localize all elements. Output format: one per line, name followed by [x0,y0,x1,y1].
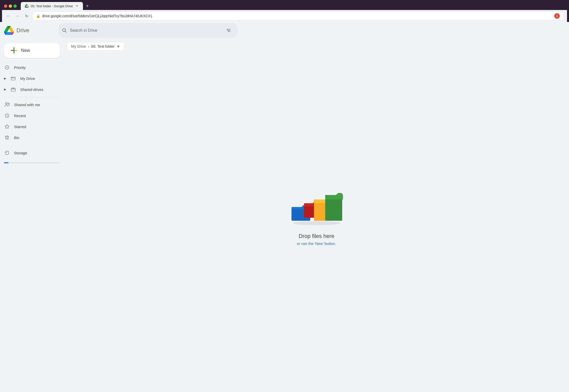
sidebar-item-label: Recent [14,114,26,118]
shared-with-me-icon [4,102,10,108]
new-tab-button[interactable]: + [84,2,91,10]
back-button[interactable]: ← [5,12,12,19]
sidebar-item-bin[interactable]: Bin [0,132,61,143]
tab-favicon [25,4,29,8]
svg-rect-14 [11,88,15,91]
drop-files-subtitle-text: or use the 'New' button. [297,241,336,246]
content-area: My Drive › 00. Test folder ▼ [64,39,569,392]
sidebar-divider-2 [4,145,60,145]
address-bar[interactable]: 🔒 drive.google.com/drive/folders/1erCjLj… [32,11,564,20]
my-drive-icon [10,75,16,81]
lock-icon: 🔒 [36,14,40,18]
svg-point-12 [12,77,12,78]
sidebar-item-label: Shared with me [14,103,40,107]
storage-bar [4,162,60,163]
sidebar-item-label: Priority [14,65,26,70]
sidebar-item-label: My Drive [20,76,35,81]
sidebar-item-label: Storage [14,151,27,155]
drive-logo-icon [4,25,14,35]
svg-marker-19 [5,125,9,129]
sidebar-item-label: Bin [14,136,19,140]
storage-bar-container [0,158,64,165]
sidebar: New Priority ▶ [0,39,64,392]
sidebar-item-label: Shared drives [20,87,43,92]
priority-icon [4,64,10,70]
sidebar-item-shared-drives[interactable]: ▶ Shared drives [0,84,61,95]
svg-rect-8 [14,50,17,51]
forward-button[interactable]: → [14,12,21,19]
tab-bar: 00. Test folder - Google Drive ✕ + [2,2,567,10]
refresh-button[interactable]: ↻ [23,12,30,19]
folder-illustration [289,182,344,227]
breadcrumb-chevron: › [88,44,89,48]
new-button[interactable]: New [4,43,60,58]
starred-icon [4,124,10,130]
sidebar-item-my-drive[interactable]: ▶ My Drive [0,73,61,84]
svg-rect-9 [13,50,14,51]
svg-point-20 [293,221,340,225]
storage-icon [4,150,10,156]
maximize-window-button[interactable] [13,4,17,8]
filter-button[interactable] [224,25,234,35]
address-bar-row: ← → ↻ 🔒 drive.google.com/drive/folders/1… [2,10,567,22]
search-bar[interactable]: Search in Drive [58,23,238,38]
svg-point-3 [227,29,228,30]
minimize-window-button[interactable] [9,4,12,8]
browser-chrome: 00. Test folder - Google Drive ✕ + ← → ↻… [0,0,569,22]
close-window-button[interactable] [4,4,7,8]
sidebar-item-priority[interactable]: Priority [0,62,61,73]
drop-files-title: Drop files here [298,233,334,239]
shared-drives-icon [10,86,16,92]
browser-tab[interactable]: 00. Test folder - Google Drive ✕ [21,2,83,10]
drop-files-subtitle: or use the 'New' button. [297,241,336,246]
sidebar-item-label: Starred [14,125,26,129]
app: Drive Search in Drive [0,22,569,392]
breadcrumb-container: My Drive › 00. Test folder ▼ [67,42,124,51]
svg-point-17 [8,103,9,105]
svg-point-5 [228,31,229,32]
chevron-icon: ▶ [4,88,6,91]
tab-label: 00. Test folder - Google Drive [31,4,73,8]
notification-badge: 1 [554,13,560,19]
plus-icon-svg [10,46,18,54]
sidebar-item-recent[interactable]: Recent [0,110,61,121]
url-text: drive.google.com/drive/folders/1erCjLjJq… [42,14,551,18]
sidebar-item-starred[interactable]: Starred [0,121,61,132]
recent-icon [4,113,10,119]
empty-folder: Drop files here or use the 'New' button. [68,54,565,392]
drive-logo-text: Drive [16,27,29,34]
new-button-label: New [21,48,30,53]
traffic-lights [4,4,17,8]
svg-point-16 [5,103,7,104]
breadcrumb-dropdown-icon[interactable]: ▼ [117,44,120,48]
breadcrumb-current: 00. Test folder [91,44,115,48]
sidebar-item-storage[interactable]: Storage [0,147,61,158]
sliders-icon [227,28,231,33]
svg-point-4 [227,30,228,31]
search-placeholder: Search in Drive [70,28,221,33]
new-plus-icon [10,46,18,54]
breadcrumb-parent[interactable]: My Drive [71,44,86,48]
tab-close-button[interactable]: ✕ [75,4,79,8]
search-icon [62,28,67,33]
main-content: New Priority ▶ [0,39,569,392]
breadcrumb: My Drive › 00. Test folder ▼ [67,39,565,54]
bin-icon [4,135,10,141]
app-header: Drive Search in Drive [0,22,569,39]
sidebar-divider-1 [4,97,60,97]
drive-logo[interactable]: Drive [4,25,54,35]
chevron-icon: ▶ [4,77,6,80]
sidebar-item-shared-with-me[interactable]: Shared with me [0,99,61,110]
svg-point-13 [12,77,13,78]
svg-rect-7 [11,50,13,51]
storage-bar-fill [4,162,8,163]
